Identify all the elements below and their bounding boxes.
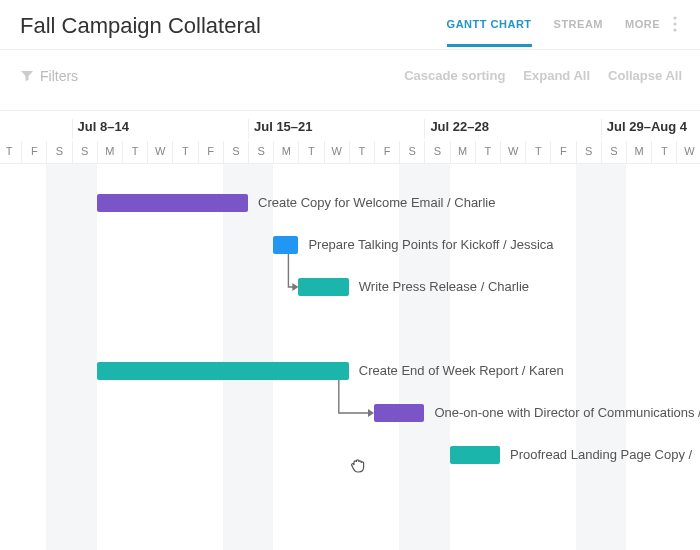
gantt-bar-label: Create Copy for Welcome Email / Charlie: [258, 195, 495, 210]
timeline-day-cell: T: [122, 141, 147, 164]
svg-point-0: [673, 16, 676, 19]
timeline-range-label: Jul 15–21: [254, 119, 313, 134]
timeline-day-cell: M: [450, 141, 475, 164]
timeline-day-cell: F: [198, 141, 223, 164]
weekend-stripe: [223, 164, 273, 550]
gantt-bar-label: Prepare Talking Points for Kickoff / Jes…: [308, 237, 553, 252]
timeline-day-cell: F: [374, 141, 399, 164]
timeline-day-cell: S: [576, 141, 601, 164]
gantt-bar-label: One-on-one with Director of Communicatio…: [434, 405, 700, 420]
gantt-bar[interactable]: [97, 362, 349, 380]
gantt-bar-label: Create End of Week Report / Karen: [359, 363, 564, 378]
timeline-day-cell: M: [97, 141, 122, 164]
dependency-connector: [0, 164, 700, 550]
timeline-header: Jul 8–14Jul 15–21Jul 22–28Jul 29–Aug 4 T…: [0, 110, 700, 164]
timeline-day-cell: W: [500, 141, 525, 164]
collapse-all-button[interactable]: Collapse All: [608, 68, 682, 83]
timeline-day-cell: M: [626, 141, 651, 164]
timeline-day-cell: T: [525, 141, 550, 164]
timeline-day-cell: T: [349, 141, 374, 164]
timeline-day-cell: S: [601, 141, 626, 164]
timeline-day-cell: S: [72, 141, 97, 164]
timeline-day-cell: S: [223, 141, 248, 164]
weekend-stripe: [399, 164, 449, 550]
timeline-day-cell: F: [21, 141, 46, 164]
timeline-day-cell: M: [273, 141, 298, 164]
timeline-day-cell: T: [0, 141, 21, 164]
timeline-day-cell: T: [172, 141, 197, 164]
timeline-day-cell: W: [147, 141, 172, 164]
tab-stream[interactable]: STREAM: [554, 18, 603, 47]
timeline-day-cell: S: [424, 141, 449, 164]
filters-label: Filters: [40, 68, 78, 84]
kebab-menu-icon[interactable]: [668, 14, 682, 34]
gantt-bar[interactable]: [298, 278, 348, 296]
cascade-sorting-button[interactable]: Cascade sorting: [404, 68, 505, 83]
timeline-range-label: Jul 22–28: [430, 119, 489, 134]
gantt-chart-area[interactable]: Create Copy for Welcome Email / CharlieP…: [0, 164, 700, 550]
timeline-range-label: Jul 8–14: [78, 119, 129, 134]
timeline-day-cell: T: [298, 141, 323, 164]
weekend-stripe: [46, 164, 96, 550]
timeline-day-cell: S: [248, 141, 273, 164]
tab-gantt-chart[interactable]: GANTT CHART: [447, 18, 532, 47]
gantt-bar[interactable]: [97, 194, 248, 212]
timeline-day-cell: T: [651, 141, 676, 164]
tab-more[interactable]: MORE: [625, 18, 660, 47]
timeline-day-cell: T: [475, 141, 500, 164]
funnel-icon: [20, 69, 34, 83]
expand-all-button[interactable]: Expand All: [523, 68, 590, 83]
gantt-bar[interactable]: [374, 404, 424, 422]
svg-point-1: [673, 22, 676, 25]
timeline-day-cell: F: [550, 141, 575, 164]
grab-cursor-icon: [349, 455, 369, 475]
gantt-bar[interactable]: [450, 446, 500, 464]
timeline-range-label: Jul 29–Aug 4: [607, 119, 687, 134]
gantt-bar-label: Proofread Landing Page Copy /: [510, 447, 692, 462]
timeline-day-cell: W: [676, 141, 700, 164]
timeline-day-cell: S: [46, 141, 71, 164]
gantt-bar[interactable]: [273, 236, 298, 254]
svg-point-2: [673, 28, 676, 31]
timeline-day-cell: W: [324, 141, 349, 164]
timeline-day-cell: S: [399, 141, 424, 164]
gantt-bar-label: Write Press Release / Charlie: [359, 279, 529, 294]
page-title: Fall Campaign Collateral: [20, 13, 261, 39]
filters-button[interactable]: Filters: [20, 68, 78, 84]
